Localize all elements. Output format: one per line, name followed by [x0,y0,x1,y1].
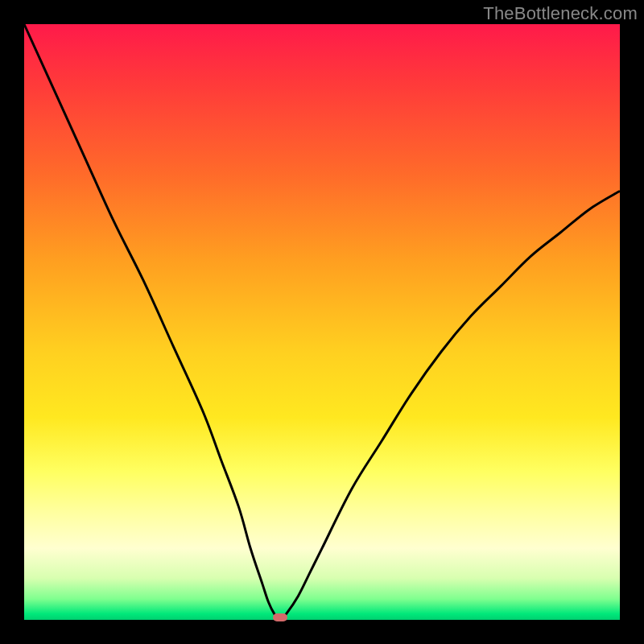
bottleneck-curve [24,24,620,620]
chart-frame: TheBottleneck.com [0,0,644,644]
plot-area [24,24,620,620]
watermark-text: TheBottleneck.com [483,3,638,24]
curve-path [24,24,620,620]
min-marker [273,613,287,621]
